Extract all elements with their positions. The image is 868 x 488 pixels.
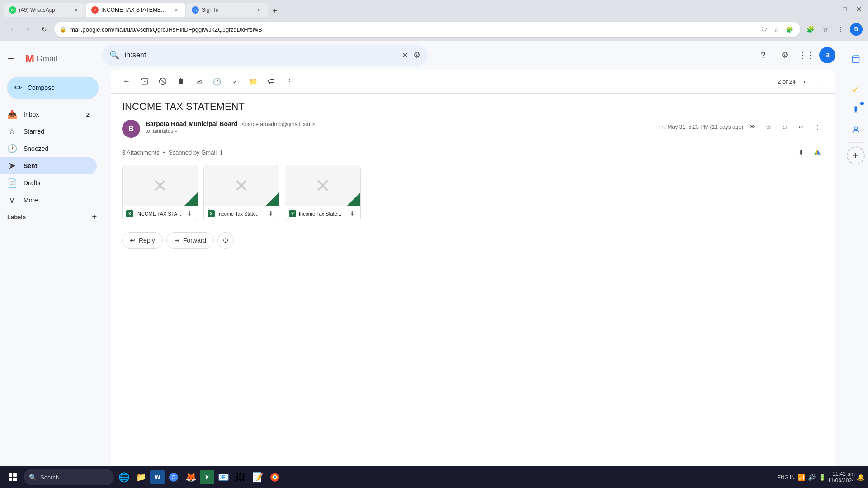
- sidebar-item-more[interactable]: ∨ More: [0, 192, 97, 209]
- attachment-card-2[interactable]: ✕ X Income Tax State... ⬇: [203, 165, 279, 221]
- attachment-preview-1: ✕: [123, 165, 198, 206]
- sidebar-item-snoozed[interactable]: 🕐 Snoozed: [0, 140, 97, 157]
- taskbar-battery-icon[interactable]: 🔋: [818, 474, 826, 481]
- taskbar-chrome2[interactable]: [267, 469, 283, 485]
- tab-gmail-close[interactable]: ✕: [173, 6, 180, 14]
- lock-icon: 🔒: [60, 26, 66, 33]
- back-to-inbox-button[interactable]: ←: [118, 73, 135, 89]
- start-button[interactable]: [4, 468, 22, 486]
- taskbar-outlook[interactable]: 📧: [215, 469, 231, 485]
- snooze-button[interactable]: 🕐: [209, 73, 225, 89]
- email-more-button[interactable]: ⋮: [810, 120, 825, 134]
- help-button[interactable]: ?: [754, 46, 772, 64]
- forward-button[interactable]: ›: [22, 23, 34, 36]
- taskbar-word[interactable]: W: [150, 470, 165, 484]
- browser-profile-avatar[interactable]: B: [850, 23, 863, 36]
- tab-signin-close[interactable]: ✕: [255, 6, 262, 14]
- taskbar-search[interactable]: 🔍 Search: [24, 469, 114, 485]
- labels-button[interactable]: 🏷: [263, 73, 279, 89]
- search-bar[interactable]: 🔍 ✕ ⚙: [102, 45, 428, 66]
- reload-button[interactable]: ↻: [38, 23, 51, 36]
- apps-button[interactable]: ⋮⋮: [797, 46, 816, 64]
- mark-unread-button[interactable]: ✉: [191, 73, 207, 89]
- attachment-name-1: INCOME TAX STA...: [136, 211, 182, 216]
- minimize-button[interactable]: ─: [826, 5, 836, 13]
- taskbar-firefox[interactable]: 🦊: [183, 469, 199, 485]
- add-apps-button[interactable]: +: [847, 146, 865, 164]
- add-tasks-button[interactable]: ✓: [227, 73, 243, 89]
- shield-icon[interactable]: 🛡: [759, 24, 769, 35]
- taskbar-excel[interactable]: X: [200, 470, 214, 484]
- expand-to-icon[interactable]: ▾: [175, 129, 177, 134]
- search-clear-button[interactable]: ✕: [402, 51, 408, 60]
- calendar-app-button[interactable]: [847, 50, 865, 68]
- taskbar-volume-icon[interactable]: 🔊: [808, 474, 816, 481]
- taskbar-notification-icon[interactable]: 🔔: [857, 474, 864, 481]
- browser-extensions-button[interactable]: 🧩: [804, 23, 816, 36]
- hamburger-menu-button[interactable]: ☰: [2, 50, 20, 68]
- back-button[interactable]: ‹: [5, 23, 18, 36]
- search-input[interactable]: [125, 51, 396, 59]
- tab-whatsapp-close[interactable]: ✕: [72, 6, 80, 14]
- move-to-button[interactable]: 📁: [245, 73, 261, 89]
- taskbar-wifi-icon[interactable]: 📶: [797, 474, 805, 481]
- emoji-reaction-button[interactable]: ☺: [778, 120, 792, 134]
- taskbar-clock[interactable]: 11:42 am 11/06/2024: [828, 471, 855, 483]
- reply-button-header[interactable]: ↩: [794, 120, 808, 134]
- more-actions-button[interactable]: ⋮: [281, 73, 297, 89]
- download-all-button[interactable]: ⬇: [794, 145, 808, 160]
- save-to-drive-button[interactable]: [810, 145, 825, 160]
- browser-bookmark-button[interactable]: ☆: [819, 23, 832, 36]
- attachment-download-2[interactable]: ⬇: [266, 209, 275, 218]
- star-email-button[interactable]: ☆: [761, 120, 776, 134]
- address-bar[interactable]: 🔒 mail.google.com/mail/u/0/#sent/QgrcJHs…: [54, 22, 800, 37]
- attachment-name-3: Income Tax State...: [299, 211, 345, 216]
- bookmark-star-icon[interactable]: ☆: [771, 24, 782, 35]
- right-sidebar: ✓ +: [843, 41, 868, 488]
- forward-button[interactable]: ↪ Forward: [166, 232, 214, 249]
- email-to[interactable]: to jainrajtds ▾: [146, 128, 653, 134]
- tab-signin[interactable]: G Sign In ✕: [186, 3, 268, 17]
- attachment-download-1[interactable]: ⬇: [185, 209, 194, 218]
- delete-button[interactable]: 🗑: [173, 73, 189, 89]
- taskbar-edge[interactable]: 🌐: [116, 469, 132, 485]
- tab-whatsapp[interactable]: W (49) WhatsApp ✕: [4, 3, 85, 17]
- report-spam-button[interactable]: [155, 73, 171, 89]
- new-tab-button[interactable]: +: [269, 5, 281, 17]
- extensions-icon[interactable]: 🧩: [784, 24, 795, 35]
- browser-menu-button[interactable]: ⋮: [835, 23, 847, 36]
- maximize-button[interactable]: □: [840, 5, 849, 13]
- taskbar-files[interactable]: 📁: [133, 469, 149, 485]
- attachment-download-3[interactable]: ⬇: [348, 209, 357, 218]
- settings-button[interactable]: ⚙: [776, 46, 794, 64]
- taskbar-photos[interactable]: 🖼: [232, 469, 249, 485]
- keep-sidebar-button[interactable]: [847, 101, 865, 119]
- sidebar-item-sent[interactable]: ➤ Sent: [0, 157, 97, 174]
- search-filter-button[interactable]: ⚙: [413, 50, 420, 60]
- sidebar-item-inbox[interactable]: 📥 Inbox 2: [0, 106, 97, 123]
- tab-gmail[interactable]: M INCOME TAX STATEMENT - bar... ✕: [86, 3, 185, 17]
- next-email-button[interactable]: ›: [814, 74, 828, 89]
- taskbar-notepad[interactable]: 📝: [250, 469, 266, 485]
- user-avatar[interactable]: B: [819, 47, 835, 63]
- sidebar-item-starred[interactable]: ☆ Starred: [0, 123, 97, 140]
- contacts-sidebar-button[interactable]: [847, 121, 865, 139]
- close-button[interactable]: ✕: [853, 5, 864, 14]
- sent-icon: ➤: [7, 161, 16, 171]
- prev-email-button[interactable]: ‹: [797, 74, 812, 89]
- svg-rect-3: [852, 56, 859, 62]
- taskbar-chrome[interactable]: [165, 469, 182, 485]
- labels-section[interactable]: Labels +: [0, 209, 104, 225]
- windows-logo-icon: [9, 473, 17, 481]
- attachment-card-3[interactable]: ✕ X Income Tax State... ⬇: [285, 165, 361, 221]
- sidebar-item-drafts[interactable]: 📄 Drafts: [0, 174, 97, 192]
- reply-button[interactable]: ↩ Reply: [122, 232, 163, 249]
- archive-button[interactable]: [137, 73, 153, 89]
- emoji-button[interactable]: ☺: [217, 232, 234, 249]
- tasks-sidebar-button[interactable]: ✓: [847, 81, 865, 99]
- add-label-button[interactable]: +: [92, 212, 97, 222]
- attachment-card-1[interactable]: ✕ X INCOME TAX STA... ⬇: [122, 165, 198, 221]
- compose-button[interactable]: ✏ Compose: [7, 77, 99, 99]
- taskbar-date-text: 11/06/2024: [828, 477, 855, 483]
- gmail-logo: M Gmail: [25, 52, 57, 65]
